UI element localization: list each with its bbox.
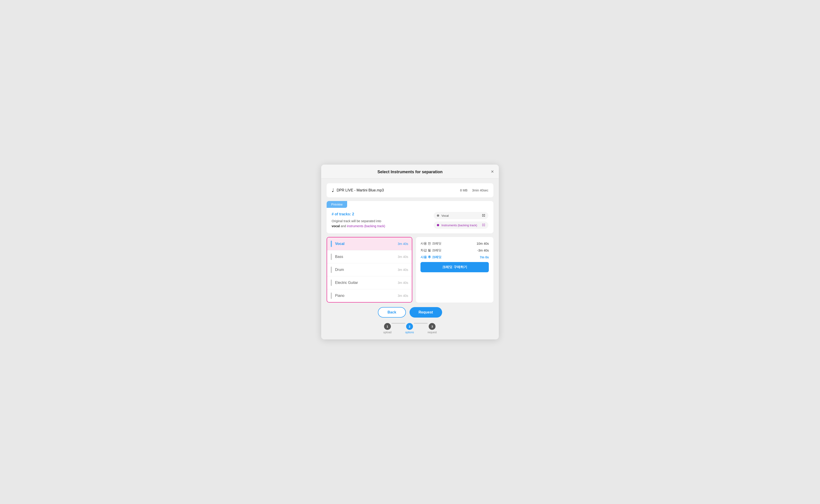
step-upload-label: upload [383, 331, 391, 334]
back-button[interactable]: Back [378, 307, 406, 318]
modal: Select Instruments for separation × ♩ DP… [321, 165, 499, 339]
instrument-item-drum[interactable]: Drum 3m 40s [327, 263, 412, 276]
step-request-circle: 3 [429, 323, 436, 330]
file-duration: 3min 40sec [472, 188, 488, 192]
preview-tracks: Vocal 𝄦𝄦 Instruments (backing track) 𝄦𝄦 [434, 212, 488, 229]
piano-item-label: Piano [335, 294, 398, 298]
after-credit-value: 7m 0s [480, 255, 489, 259]
vocal-item-duration: 3m 40s [398, 242, 408, 246]
file-meta: 8 MB 3min 40sec [460, 188, 488, 192]
preview-content: # of tracks: 2 Original track will be se… [327, 208, 493, 233]
step-line-2 [414, 323, 428, 323]
modal-header: Select Instruments for separation × [321, 165, 499, 179]
preview-description: Original track will be separated into vo… [332, 219, 385, 229]
piano-item-duration: 3m 40s [398, 294, 408, 298]
instrument-item-vocal[interactable]: Vocal 3m 40s [327, 237, 412, 250]
vocal-item-label: Vocal [335, 242, 398, 246]
stepper: 1 upload 2 options 3 request [327, 323, 493, 334]
preview-card: Preview # of tracks: 2 Original track wi… [327, 201, 493, 233]
preview-left: # of tracks: 2 Original track will be se… [332, 212, 385, 229]
electric-guitar-item-duration: 3m 40s [398, 281, 408, 285]
credits-panel: 사용 전 크레딧 10m 40s 차감 될 크레딧 -3m 40s 사용 후 크… [416, 237, 493, 303]
before-credit-value: 10m 40s [477, 242, 489, 245]
desc-purple: instruments (backing track) [347, 224, 385, 228]
step-line-1 [391, 323, 405, 323]
step-upload-circle: 1 [384, 323, 391, 330]
instrument-list: Vocal 3m 40s Bass 3m 40s Drum 3m 40s Ele… [327, 237, 412, 303]
request-button[interactable]: Request [409, 307, 442, 318]
preview-tab: Preview [327, 201, 347, 208]
before-credit-label: 사용 전 크레딧 [421, 242, 442, 246]
bass-item-label: Bass [335, 255, 398, 259]
step-options-label: options [405, 331, 414, 334]
electric-guitar-bar [331, 280, 332, 286]
vocal-bar [331, 241, 332, 247]
buy-credit-button[interactable]: 크레딧 구매하기 [421, 262, 489, 272]
tracks-count-value: 2 [352, 212, 354, 216]
drum-item-duration: 3m 40s [398, 268, 408, 272]
tracks-count-label: # of tracks: [332, 212, 351, 216]
after-credit-row: 사용 후 크레딧 7m 0s [421, 255, 489, 259]
instrument-item-bass[interactable]: Bass 3m 40s [327, 250, 412, 263]
instrument-item-piano[interactable]: Piano 3m 40s [327, 289, 412, 302]
modal-body: ♩ DPR LIVE - Martini Blue.mp3 8 MB 3min … [321, 179, 499, 339]
before-credit-row: 사용 전 크레딧 10m 40s [421, 242, 489, 246]
deduct-credit-value: -3m 40s [477, 249, 489, 252]
step-options-circle: 2 [406, 323, 413, 330]
desc-bold: vocal [332, 224, 340, 228]
bass-item-duration: 3m 40s [398, 255, 408, 259]
bass-bar [331, 254, 332, 260]
file-card: ♩ DPR LIVE - Martini Blue.mp3 8 MB 3min … [327, 183, 493, 197]
vocal-dot [437, 214, 439, 217]
bottom-section: Vocal 3m 40s Bass 3m 40s Drum 3m 40s Ele… [327, 237, 493, 303]
action-buttons: Back Request [327, 307, 493, 318]
instrument-item-electric-guitar[interactable]: Electric Guitar 3m 40s [327, 276, 412, 289]
vocal-track-pill: Vocal 𝄦𝄦 [434, 212, 488, 219]
after-credit-label: 사용 후 크레딧 [421, 255, 442, 259]
instrument-label: Instruments (backing track) [442, 224, 480, 227]
close-button[interactable]: × [491, 169, 494, 174]
vocal-waveform-icon: 𝄦𝄦 [482, 214, 485, 218]
step-upload: 1 upload [383, 323, 391, 334]
music-icon: ♩ [332, 187, 334, 193]
desc-line1: Original track will be separated into [332, 219, 381, 223]
vocal-label: Vocal [442, 214, 480, 217]
tracks-count: # of tracks: 2 [332, 212, 385, 216]
file-size: 8 MB [460, 188, 468, 192]
deduct-credit-row: 차감 될 크레딧 -3m 40s [421, 248, 489, 252]
instrument-waveform-icon: 𝄦𝄦 [482, 223, 485, 227]
modal-title: Select Instruments for separation [377, 170, 443, 174]
step-request: 3 request [428, 323, 437, 334]
file-name: DPR LIVE - Martini Blue.mp3 [337, 188, 460, 192]
deduct-credit-label: 차감 될 크레딧 [421, 248, 442, 252]
instrument-dot [437, 224, 439, 226]
piano-bar [331, 293, 332, 299]
step-options: 2 options [405, 323, 414, 334]
drum-bar [331, 267, 332, 273]
drum-item-label: Drum [335, 268, 398, 272]
desc-and: and [341, 224, 347, 228]
instrument-track-pill: Instruments (backing track) 𝄦𝄦 [434, 221, 488, 229]
electric-guitar-item-label: Electric Guitar [335, 281, 398, 285]
step-request-label: request [428, 331, 437, 334]
